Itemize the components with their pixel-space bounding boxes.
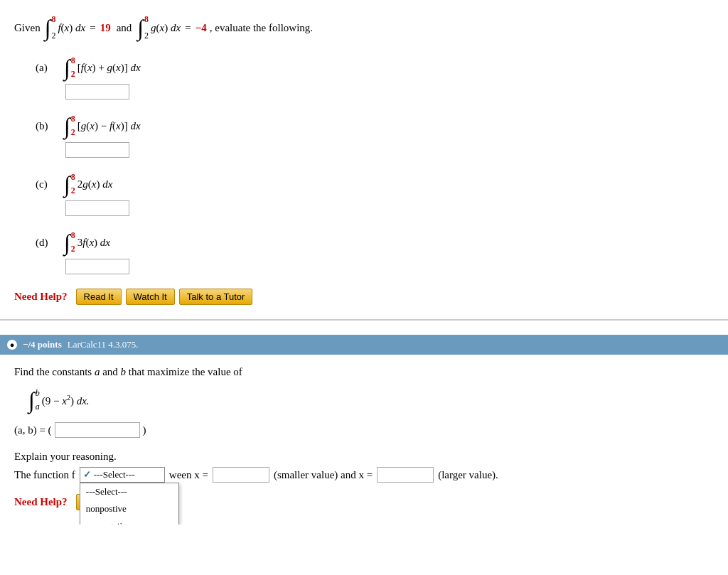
integral2-block: ∫ 8 2 g(x) dx	[137, 13, 181, 43]
part-c-symbol: ∫	[64, 174, 70, 195]
dropdown-popup: ---Select--- nonpostive nonnegative	[80, 483, 179, 525]
points-dot: ●	[7, 340, 17, 350]
function-label: The function f	[14, 469, 75, 481]
integral1-block: ∫ 8 2 f(x) dx	[45, 13, 86, 43]
that-text: that maximize the value of	[129, 366, 242, 377]
integral2-lower: 2	[144, 29, 149, 43]
integral2-upper: 8	[144, 13, 149, 26]
part-d-integral: ∫ 8 2 3f(x) dx	[64, 230, 110, 254]
ab-answer-row: (a, b) = ( )	[14, 422, 714, 438]
part-c-limits: 8 2	[71, 172, 75, 196]
ab-label: (a, b) = (	[14, 424, 52, 436]
section2-expr: (9 − x2) dx.	[42, 394, 90, 407]
section2-int-symbol: ∫	[28, 390, 35, 411]
need-help-label2: Need Help?	[14, 496, 68, 508]
part-a-row: (a) ∫ 8 2 [f(x) + g(x)] dx	[36, 55, 714, 80]
need-help-row: Need Help? Read It Watch It Talk to a Tu…	[14, 289, 714, 305]
explain-label: Explain your reasoning.	[14, 451, 714, 463]
section2-lower: a	[36, 402, 40, 412]
integral2-symbol: ∫	[137, 18, 144, 38]
part-a-answer[interactable]	[65, 84, 129, 100]
section1: Given ∫ 8 2 f(x) dx = 19 and ∫ 8 2 g(x) …	[0, 0, 728, 321]
value1: 19	[100, 19, 111, 36]
part-b-integral: ∫ 8 2 [g(x) − f(x)] dx	[64, 114, 141, 138]
value2: −4	[196, 19, 207, 36]
given-text: Given	[14, 19, 41, 36]
smaller-label: (smaller value) and x =	[274, 469, 373, 481]
part-c-answer[interactable]	[65, 200, 129, 216]
dropdown-selected-text: ---Select---	[94, 469, 135, 480]
integral2-expr: g(x) dx	[151, 19, 181, 36]
read-it-button[interactable]: Read It	[76, 289, 122, 305]
part-c-lower: 2	[71, 186, 75, 196]
part-a-expr: [f(x) + g(x)] dx	[77, 62, 141, 74]
dropdown-option-nonnegative[interactable]: nonnegative	[80, 517, 178, 525]
evaluate-text: , evaluate the following.	[210, 19, 313, 36]
a-var: a	[95, 366, 102, 377]
points-text: −/4 points	[23, 339, 62, 350]
section2-limits: b a	[36, 388, 40, 412]
integral2-limits: 8 2	[144, 13, 149, 43]
section2-header: ● −/4 points LarCalc11 4.3.075.	[0, 335, 728, 355]
larger-label: (larger value).	[438, 469, 498, 481]
dropdown-option-select[interactable]: ---Select---	[80, 483, 178, 500]
part-b-limits: 8 2	[71, 114, 75, 138]
part-d-upper: 8	[71, 230, 75, 241]
section2-body: Find the constants a and b that maximize…	[0, 355, 728, 525]
b-var: b	[121, 366, 129, 377]
talk-to-tutor-button[interactable]: Talk to a Tutor	[179, 289, 253, 305]
given-line: Given ∫ 8 2 f(x) dx = 19 and ∫ 8 2 g(x) …	[14, 13, 714, 43]
part-d-label: (d)	[36, 237, 64, 249]
part-c-expr: 2g(x) dx	[77, 178, 113, 190]
integral1-upper: 8	[51, 13, 55, 26]
section2-upper: b	[36, 388, 40, 399]
checkmark-icon: ✓	[83, 469, 91, 480]
part-d-limits: 8 2	[71, 230, 75, 254]
equals1: =	[90, 19, 95, 36]
part-b-row: (b) ∫ 8 2 [g(x) − f(x)] dx	[36, 114, 714, 138]
need-help-label: Need Help?	[14, 291, 68, 303]
part-d-answer[interactable]	[65, 259, 129, 274]
ab-answer-input[interactable]	[55, 422, 140, 438]
part-d-expr: 3f(x) dx	[77, 237, 110, 249]
part-b-upper: 8	[71, 114, 75, 124]
dropdown-option-nonpostive[interactable]: nonpostive	[80, 500, 178, 517]
integral1-symbol: ∫	[45, 18, 51, 38]
integral1-expr: f(x) dx	[58, 19, 85, 36]
dropdown-trigger[interactable]: ✓ ---Select---	[80, 467, 165, 483]
and-text2: and	[102, 366, 118, 377]
part-c-integral: ∫ 8 2 2g(x) dx	[64, 172, 112, 196]
part-a-upper: 8	[71, 55, 75, 66]
integral1-limits: 8 2	[51, 13, 55, 43]
part-a-limits: 8 2	[71, 55, 75, 80]
watch-it-button[interactable]: Watch It	[126, 289, 175, 305]
part-a-symbol: ∫	[64, 58, 70, 78]
part-b-symbol: ∫	[64, 116, 70, 136]
part-d-symbol: ∫	[64, 232, 70, 253]
part-c-upper: 8	[71, 172, 75, 183]
explain-section: Explain your reasoning. The function f ✓…	[14, 451, 714, 483]
part-b-label: (b)	[36, 120, 64, 132]
part-d-row: (d) ∫ 8 2 3f(x) dx	[36, 230, 714, 254]
section2: ● −/4 points LarCalc11 4.3.075. Find the…	[0, 335, 728, 525]
section2-desc: Find the constants a and b that maximize…	[14, 366, 714, 378]
part-d-lower: 2	[71, 244, 75, 254]
integral1-lower: 2	[51, 29, 55, 43]
part-b-expr: [g(x) − f(x)] dx	[77, 120, 141, 132]
course-text: LarCalc11 4.3.075.	[68, 339, 139, 350]
part-b-answer[interactable]	[65, 142, 129, 158]
ab-close: )	[143, 424, 146, 436]
part-a-label: (a)	[36, 62, 64, 74]
spacer	[0, 321, 728, 335]
smaller-value-input[interactable]	[213, 467, 269, 483]
part-b-lower: 2	[71, 127, 75, 138]
part-c-row: (c) ∫ 8 2 2g(x) dx	[36, 172, 714, 196]
larger-value-input[interactable]	[377, 467, 434, 483]
between-text: ween x =	[169, 469, 208, 481]
part-a-lower: 2	[71, 69, 75, 80]
function-dropdown-container: ✓ ---Select--- ---Select--- nonpostive n…	[80, 467, 165, 483]
section2-integral: ∫ b a (9 − x2) dx.	[28, 388, 90, 412]
and-text: and	[117, 19, 132, 36]
part-a-integral: ∫ 8 2 [f(x) + g(x)] dx	[64, 55, 141, 80]
find-text: Find the constants	[14, 366, 92, 377]
